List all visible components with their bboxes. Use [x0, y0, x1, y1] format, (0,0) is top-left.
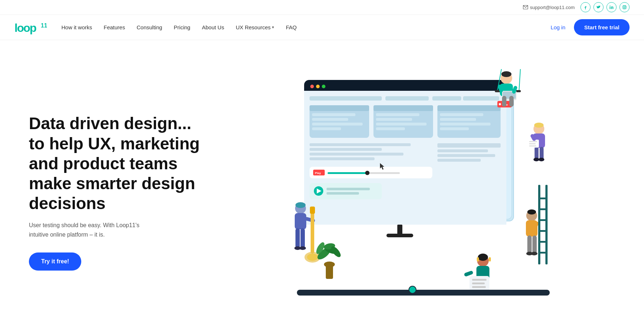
svg-rect-1: [610, 7, 610, 9]
svg-rect-16: [385, 96, 429, 101]
nav-links: How it works Features Consulting Pricing…: [61, 24, 551, 31]
svg-rect-38: [310, 148, 382, 151]
svg-point-92: [531, 252, 537, 255]
svg-rect-89: [527, 235, 532, 254]
svg-rect-17: [432, 96, 461, 101]
hero-left: Data driven design... to help UX, market…: [29, 114, 202, 270]
svg-point-108: [299, 246, 306, 250]
svg-point-80: [539, 158, 544, 161]
svg-rect-70: [502, 96, 506, 107]
svg-rect-24: [312, 127, 341, 130]
svg-rect-84: [529, 145, 536, 146]
svg-point-113: [307, 254, 318, 261]
facebook-icon[interactable]: [580, 2, 591, 12]
svg-rect-124: [472, 286, 486, 288]
svg-rect-18: [463, 96, 499, 101]
try-free-button[interactable]: Try it free!: [29, 252, 81, 271]
svg-rect-39: [310, 153, 403, 156]
svg-point-11: [310, 85, 314, 88]
logo-svg: loop 11: [14, 20, 47, 35]
svg-rect-78: [540, 147, 544, 160]
email-icon: [523, 5, 528, 10]
svg-rect-22: [312, 118, 348, 121]
start-trial-button[interactable]: Start free trial: [574, 19, 630, 35]
svg-text:11: 11: [41, 22, 47, 29]
logo[interactable]: loop 11: [14, 20, 47, 35]
svg-rect-49: [328, 172, 367, 174]
nav-about[interactable]: About Us: [202, 24, 224, 30]
svg-point-87: [527, 209, 536, 215]
svg-rect-35: [440, 123, 490, 126]
svg-rect-44: [437, 159, 481, 162]
svg-point-50: [365, 171, 369, 175]
hero-subtitle: User testing should be easy. With Loop11…: [29, 221, 159, 239]
svg-rect-97: [538, 208, 548, 210]
hero-svg: Play Live: [268, 69, 550, 315]
login-button[interactable]: Log in: [551, 24, 566, 30]
email-link[interactable]: support@loop11.com: [523, 5, 575, 10]
svg-point-12: [316, 85, 320, 88]
instagram-icon[interactable]: [619, 2, 630, 12]
svg-rect-36: [440, 127, 469, 130]
svg-rect-27: [376, 113, 419, 116]
svg-rect-98: [538, 219, 548, 221]
email-text: support@loop11.com: [530, 5, 575, 10]
svg-point-75: [534, 123, 544, 128]
linkedin-icon[interactable]: [606, 2, 617, 12]
svg-rect-26: [373, 105, 433, 111]
svg-rect-71: [509, 96, 514, 107]
svg-rect-100: [538, 241, 548, 243]
svg-rect-77: [535, 147, 539, 160]
svg-rect-117: [489, 257, 491, 262]
svg-text:Play: Play: [315, 171, 321, 175]
svg-rect-42: [437, 149, 488, 152]
svg-point-5: [625, 6, 626, 6]
svg-point-66: [501, 71, 511, 77]
svg-rect-41: [437, 143, 501, 148]
svg-rect-55: [327, 192, 359, 195]
svg-rect-99: [538, 230, 548, 232]
svg-rect-116: [477, 257, 479, 262]
svg-text:loop: loop: [14, 21, 36, 34]
navbar: loop 11 How it works Features Consulting…: [0, 15, 644, 40]
svg-rect-54: [327, 188, 370, 190]
nav-right: Log in Start free trial: [551, 19, 630, 35]
svg-rect-104: [295, 213, 306, 229]
svg-rect-83: [529, 143, 536, 144]
svg-point-60: [499, 103, 501, 105]
svg-rect-133: [297, 290, 550, 296]
nav-pricing[interactable]: Pricing: [174, 24, 190, 30]
nav-features[interactable]: Features: [104, 24, 125, 30]
svg-line-63: [519, 69, 521, 91]
svg-point-13: [322, 85, 325, 88]
nav-ux-resources[interactable]: UX Resources ▾: [236, 24, 275, 30]
svg-point-79: [533, 158, 539, 161]
svg-rect-23: [312, 123, 363, 126]
svg-rect-105: [295, 228, 300, 248]
svg-rect-40: [310, 157, 375, 160]
svg-rect-30: [376, 127, 405, 130]
svg-rect-106: [301, 228, 305, 248]
twitter-icon[interactable]: [593, 2, 604, 12]
svg-rect-43: [437, 154, 495, 157]
svg-point-2: [610, 5, 610, 6]
svg-rect-15: [310, 96, 382, 101]
svg-rect-122: [472, 279, 487, 281]
svg-rect-58: [386, 234, 413, 237]
svg-rect-82: [529, 141, 537, 142]
nav-how-it-works[interactable]: How it works: [61, 24, 92, 30]
svg-rect-37: [310, 143, 411, 146]
svg-rect-57: [397, 225, 402, 235]
svg-rect-96: [538, 198, 548, 199]
svg-rect-101: [538, 252, 548, 254]
svg-rect-20: [310, 105, 369, 111]
svg-rect-33: [440, 113, 483, 116]
nav-consulting[interactable]: Consulting: [137, 24, 162, 30]
top-bar: support@loop11.com: [0, 0, 644, 15]
svg-rect-28: [376, 118, 412, 121]
svg-rect-123: [472, 283, 485, 284]
nav-faq[interactable]: FAQ: [286, 24, 297, 30]
social-icons: [580, 2, 630, 12]
hero-section: Data driven design... to help UX, market…: [0, 40, 644, 322]
svg-rect-90: [532, 235, 537, 254]
